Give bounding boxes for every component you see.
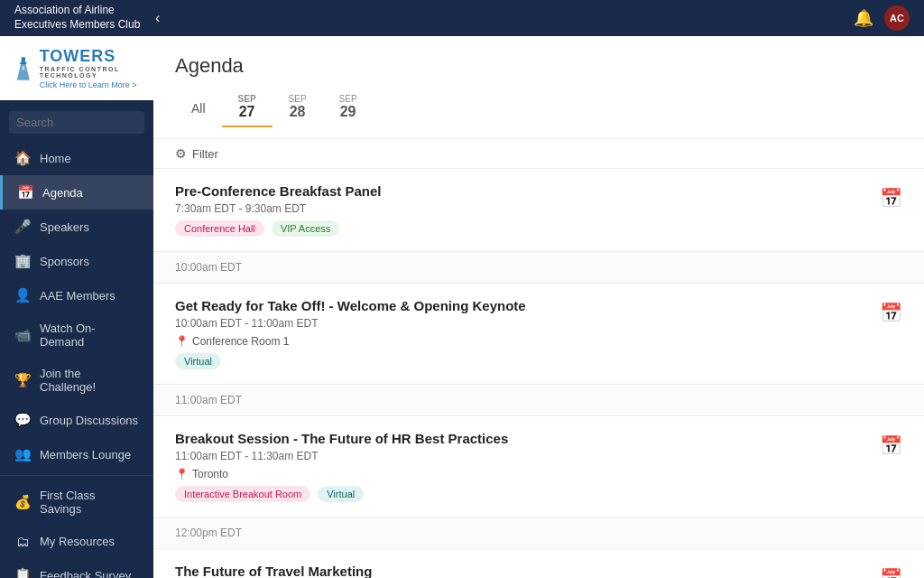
resources-icon: 🗂 [14, 534, 31, 549]
avatar[interactable]: AC [884, 5, 910, 31]
sidebar-item-label: Agenda [42, 186, 83, 200]
search-input[interactable] [16, 116, 153, 129]
tab-sep27-day: 27 [238, 104, 256, 120]
date-tabs: All SEP 27 SEP 28 SEP 29 [175, 89, 902, 127]
session-breakfast[interactable]: Pre-Conference Breakfast Panel 7:30am ED… [153, 169, 924, 252]
add-to-calendar-icon[interactable]: 📅 [865, 187, 902, 209]
filter-button[interactable]: ⚙ Filter [175, 146, 218, 161]
sidebar-item-first-class-savings[interactable]: 💰 First Class Savings [0, 480, 153, 525]
svg-rect-1 [20, 61, 26, 63]
speakers-icon: 🎤 [14, 219, 31, 235]
svg-rect-3 [22, 66, 24, 70]
challenge-icon: 🏆 [14, 372, 31, 388]
location-pin-icon: 📍 [175, 468, 189, 480]
sidebar-logo: TOWERS TRAFFIC CONTROL TECHNOLOGY Click … [0, 36, 153, 100]
session-info: Breakout Session - The Future of HR Best… [175, 431, 865, 502]
session-title: Breakout Session - The Future of HR Best… [175, 431, 865, 446]
notification-icon[interactable]: 🔔 [854, 8, 873, 28]
session-title: Pre-Conference Breakfast Panel [175, 183, 865, 199]
agenda-icon: 📅 [17, 184, 33, 200]
session-time: 10:00am EDT - 11:00am EDT [175, 317, 865, 330]
tag-vip-access: VIP Access [272, 220, 339, 237]
sidebar-item-label: Group Discussions [40, 414, 138, 427]
tab-sep29-month: SEP [339, 94, 357, 104]
home-icon: 🏠 [14, 150, 31, 166]
logo-sub: TRAFFIC CONTROL TECHNOLOGY [40, 66, 139, 79]
session-title: The Future of Travel Marketing [175, 564, 865, 578]
search-box: 🔍 [9, 111, 144, 134]
sidebar-item-label: AAE Members [40, 289, 116, 303]
content-header: Agenda All SEP 27 SEP 28 SEP 29 [153, 36, 924, 139]
tab-sep28[interactable]: SEP 28 [273, 89, 323, 127]
sponsors-icon: 🏢 [14, 253, 31, 269]
tab-sep29-day: 29 [339, 104, 357, 120]
sidebar-item-label: Feedback Survey [40, 569, 131, 579]
watch-on-demand-icon: 📹 [14, 327, 31, 343]
sidebar-item-label: Join the Challenge! [40, 367, 139, 394]
svg-rect-0 [22, 57, 25, 62]
sidebar-item-speakers[interactable]: 🎤 Speakers [0, 210, 153, 244]
app-title: Association of Airline Executives Member… [14, 4, 141, 32]
tab-sep29[interactable]: SEP 29 [323, 89, 374, 127]
sidebar-item-label: Members Lounge [40, 448, 131, 461]
session-travel-marketing[interactable]: The Future of Travel Marketing 12:00pm E… [153, 549, 924, 578]
filter-label: Filter [192, 147, 218, 161]
time-divider-10am: 10:00am EDT [153, 252, 924, 284]
add-to-calendar-icon[interactable]: 📅 [865, 302, 902, 323]
session-tags: Conference Hall VIP Access [175, 220, 865, 237]
filter-icon: ⚙ [175, 146, 187, 161]
session-time: 7:30am EDT - 9:30am EDT [175, 202, 865, 215]
tab-sep28-day: 28 [289, 104, 307, 120]
sidebar-item-my-resources[interactable]: 🗂 My Resources [0, 525, 153, 558]
sidebar-item-aae-members[interactable]: 👤 AAE Members [0, 278, 153, 312]
sidebar: TOWERS TRAFFIC CONTROL TECHNOLOGY Click … [0, 36, 153, 578]
aae-members-icon: 👤 [14, 287, 31, 303]
tag-conference-hall: Conference Hall [175, 220, 264, 237]
time-divider-12pm: 12:00pm EDT [153, 517, 924, 549]
session-tags: Interactive Breakout Room Virtual [175, 486, 865, 502]
sidebar-item-group-discussions[interactable]: 💬 Group Discussions [0, 403, 153, 437]
tag-interactive-breakout-room: Interactive Breakout Room [175, 486, 310, 502]
tab-sep27-month: SEP [238, 94, 256, 104]
session-location: 📍 Toronto [175, 468, 865, 480]
tower-logo-icon [14, 52, 32, 85]
agenda-list: Pre-Conference Breakfast Panel 7:30am ED… [153, 169, 924, 578]
session-location: 📍 Conference Room 1 [175, 335, 865, 348]
sidebar-item-label: First Class Savings [40, 489, 139, 516]
members-lounge-icon: 👥 [14, 446, 31, 462]
sidebar-item-label: Speakers [40, 220, 89, 234]
add-to-calendar-icon[interactable]: 📅 [865, 434, 902, 456]
sidebar-item-members-lounge[interactable]: 👥 Members Lounge [0, 437, 153, 471]
logo-brand: TOWERS [40, 47, 139, 66]
sidebar-item-label: Home [40, 152, 71, 165]
session-breakout[interactable]: Breakout Session - The Future of HR Best… [153, 416, 924, 517]
logo-link[interactable]: Click Here to Learn More > [40, 80, 139, 89]
session-keynote[interactable]: Get Ready for Take Off! - Welcome & Open… [153, 284, 924, 385]
content-area: Agenda All SEP 27 SEP 28 SEP 29 [153, 36, 924, 578]
sidebar-item-sponsors[interactable]: 🏢 Sponsors [0, 244, 153, 278]
top-bar: Association of Airline Executives Member… [0, 0, 924, 36]
feedback-icon: 📋 [14, 567, 31, 578]
sidebar-nav: 🏠 Home 📅 Agenda 🎤 Speakers 🏢 Sponsors 👤 … [0, 141, 153, 578]
session-info: Get Ready for Take Off! - Welcome & Open… [175, 298, 865, 369]
sidebar-item-join-challenge[interactable]: 🏆 Join the Challenge! [0, 358, 153, 403]
sidebar-item-home[interactable]: 🏠 Home [0, 141, 153, 175]
sidebar-item-feedback-survey[interactable]: 📋 Feedback Survey [0, 558, 153, 578]
sidebar-item-agenda[interactable]: 📅 Agenda [0, 175, 153, 210]
tag-virtual: Virtual [318, 486, 364, 502]
sidebar-item-label: Watch On-Demand [40, 322, 139, 349]
add-to-calendar-icon[interactable]: 📅 [865, 567, 902, 578]
session-info: Pre-Conference Breakfast Panel 7:30am ED… [175, 183, 865, 237]
sidebar-collapse-button[interactable]: ‹ [155, 10, 160, 26]
sidebar-item-label: My Resources [40, 535, 115, 548]
sidebar-item-watch-on-demand[interactable]: 📹 Watch On-Demand [0, 312, 153, 358]
tab-sep28-month: SEP [289, 94, 307, 104]
session-title: Get Ready for Take Off! - Welcome & Open… [175, 298, 865, 313]
sidebar-item-label: Sponsors [40, 255, 89, 268]
session-tags: Virtual [175, 353, 865, 369]
session-info: The Future of Travel Marketing 12:00pm E… [175, 564, 865, 578]
tab-sep27[interactable]: SEP 27 [222, 89, 273, 127]
page-title: Agenda [175, 54, 902, 78]
tab-all[interactable]: All [175, 96, 222, 121]
session-time: 11:00am EDT - 11:30am EDT [175, 450, 865, 462]
